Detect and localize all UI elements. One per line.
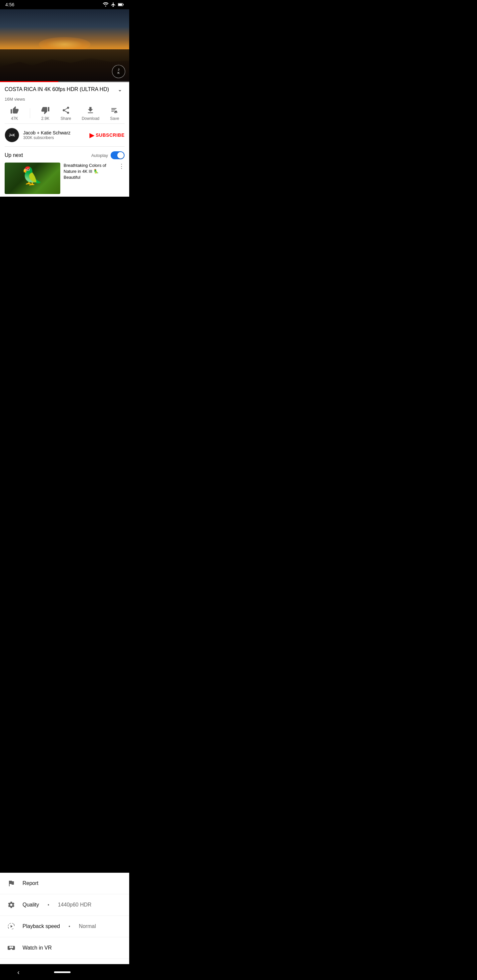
status-bar: 4:56 [0,0,129,9]
subscribe-button[interactable]: ▶ SUBSCRIBE [89,131,124,139]
video-views: 16M views [5,97,124,102]
next-video-card[interactable]: 🦜 Breathtaking Colors of Nature in 4K II… [5,162,124,194]
next-video-thumbnail: 🦜 [5,162,60,194]
autoplay-toggle[interactable] [111,151,124,159]
svg-rect-1 [123,4,124,5]
share-button[interactable]: Share [61,106,71,121]
save-button[interactable]: Save [110,106,119,121]
subscribe-label: SUBSCRIBE [96,132,124,138]
channel-watermark: JK [112,65,125,78]
video-player[interactable]: JK [0,9,129,82]
status-time: 4:56 [5,2,14,7]
thumbs-up-icon [10,106,19,115]
video-title: COSTA RICA IN 4K 60fps HDR (ULTRA HD) [5,86,113,93]
download-icon [86,106,95,115]
channel-info: Jacob + Katie Schwarz 300K subscribers [23,130,89,140]
status-icons [103,2,124,7]
youtube-icon: ▶ [89,131,94,139]
channel-subscribers: 300K subscribers [23,135,89,140]
channel-avatar[interactable]: J+K [5,128,19,142]
share-icon [61,106,70,115]
channel-row: J+K Jacob + Katie Schwarz 300K subscribe… [5,124,124,147]
airplane-icon [111,2,116,7]
thumbs-down-icon [41,106,50,115]
save-label: Save [110,116,119,121]
up-next-row: Up next Autoplay [5,147,124,162]
next-video-title: Breathtaking Colors of Nature in 4K III … [64,162,116,181]
thumbs-up-button[interactable]: 47K [10,106,19,121]
video-title-row: COSTA RICA IN 4K 60fps HDR (ULTRA HD) [5,86,124,95]
battery-icon [118,3,124,6]
video-info-section: COSTA RICA IN 4K 60fps HDR (ULTRA HD) 16… [0,82,129,197]
thumbs-down-button[interactable]: 2.9K [41,106,50,121]
autoplay-label: Autoplay [91,153,108,158]
save-icon [110,106,119,115]
video-progress-bar [0,81,58,82]
share-label: Share [61,116,71,121]
action-row: 47K 2.9K Share [5,102,124,124]
svg-rect-2 [118,4,122,6]
autoplay-row: Autoplay [91,151,124,159]
channel-name: Jacob + Katie Schwarz [23,130,89,135]
thumbs-up-label: 47K [11,116,18,121]
download-button[interactable]: Download [82,106,99,121]
channel-avatar-text: J+K [9,134,15,137]
channel-watermark-text: JK [118,68,120,75]
divider-1 [30,108,30,118]
download-label: Download [82,116,99,121]
toggle-knob [117,152,124,159]
parrot-emoji: 🦜 [21,166,43,186]
next-video-more-button[interactable]: ⋮ [119,162,124,170]
wifi-icon [103,2,108,7]
expand-button[interactable] [115,86,124,95]
thumbs-down-label: 2.9K [41,116,49,121]
up-next-label: Up next [5,152,23,158]
